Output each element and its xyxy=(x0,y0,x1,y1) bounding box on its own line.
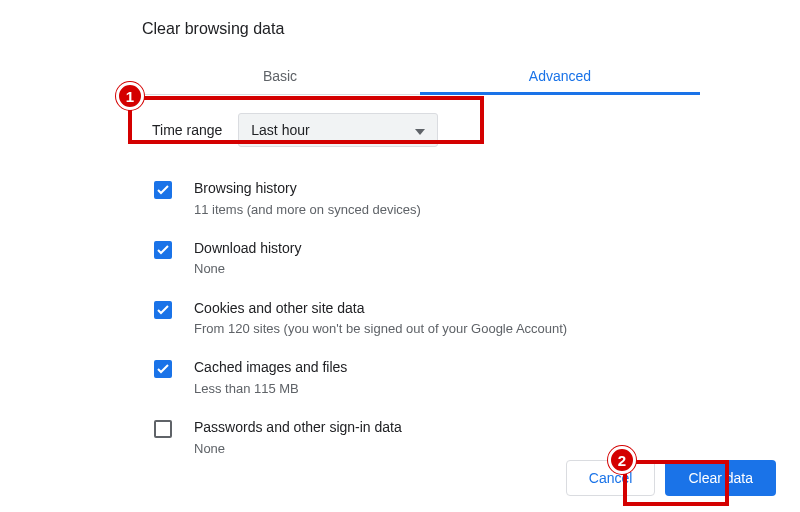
item-label: Browsing history xyxy=(194,179,421,199)
item-text: Download history None xyxy=(194,239,301,279)
tab-advanced[interactable]: Advanced xyxy=(420,58,700,94)
dialog-footer: Cancel Clear data xyxy=(566,460,776,496)
checkbox-list: Browsing history 11 items (and more on s… xyxy=(140,165,694,455)
item-cookies: Cookies and other site data From 120 sit… xyxy=(140,289,694,349)
scroll-area[interactable]: Time range Last hour Browsing history 11… xyxy=(140,95,700,455)
item-label: Passwords and other sign-in data xyxy=(194,418,402,438)
clear-browsing-data-dialog: Clear browsing data Basic Advanced Time … xyxy=(140,20,700,455)
item-label: Cookies and other site data xyxy=(194,299,567,319)
item-text: Cached images and files Less than 115 MB xyxy=(194,358,347,398)
item-sub: None xyxy=(194,260,301,278)
annotation-badge-1: 1 xyxy=(116,82,144,110)
item-sub: Less than 115 MB xyxy=(194,380,347,398)
item-browsing-history: Browsing history 11 items (and more on s… xyxy=(140,169,694,229)
chevron-down-icon xyxy=(415,122,425,138)
item-text: Cookies and other site data From 120 sit… xyxy=(194,299,567,339)
tab-bar: Basic Advanced xyxy=(140,58,700,95)
dialog-content: Time range Last hour Browsing history 11… xyxy=(140,95,700,455)
item-download-history: Download history None xyxy=(140,229,694,289)
checkbox-download-history[interactable] xyxy=(154,241,172,259)
annotation-badge-2: 2 xyxy=(608,446,636,474)
time-range-label: Time range xyxy=(152,122,222,138)
checkbox-cookies[interactable] xyxy=(154,301,172,319)
item-text: Browsing history 11 items (and more on s… xyxy=(194,179,421,219)
time-range-dropdown[interactable]: Last hour xyxy=(238,113,438,147)
time-range-row: Time range Last hour xyxy=(140,95,694,165)
checkbox-cache[interactable] xyxy=(154,360,172,378)
item-label: Cached images and files xyxy=(194,358,347,378)
item-text: Passwords and other sign-in data None xyxy=(194,418,402,455)
item-sub: None xyxy=(194,440,402,455)
checkbox-passwords[interactable] xyxy=(154,420,172,438)
item-label: Download history xyxy=(194,239,301,259)
checkbox-browsing-history[interactable] xyxy=(154,181,172,199)
time-range-value: Last hour xyxy=(251,122,309,138)
item-sub: 11 items (and more on synced devices) xyxy=(194,201,421,219)
item-cache: Cached images and files Less than 115 MB xyxy=(140,348,694,408)
dialog-title: Clear browsing data xyxy=(140,20,700,38)
tab-basic[interactable]: Basic xyxy=(140,58,420,94)
item-passwords: Passwords and other sign-in data None xyxy=(140,408,694,455)
item-sub: From 120 sites (you won't be signed out … xyxy=(194,320,567,338)
clear-data-button[interactable]: Clear data xyxy=(665,460,776,496)
